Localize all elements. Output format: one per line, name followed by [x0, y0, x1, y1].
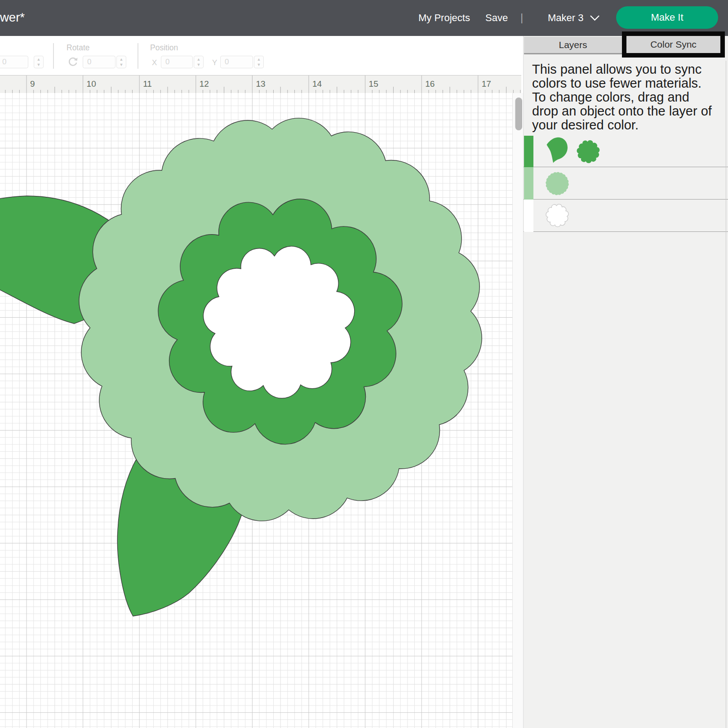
- svg-text:17: 17: [482, 79, 491, 89]
- svg-text:9: 9: [30, 79, 35, 89]
- svg-text:10: 10: [87, 79, 96, 89]
- svg-text:14: 14: [312, 79, 322, 89]
- svg-text:13: 13: [256, 79, 265, 89]
- svg-text:12: 12: [200, 79, 209, 89]
- svg-text:16: 16: [425, 79, 435, 89]
- svg-text:11: 11: [143, 79, 152, 89]
- svg-text:15: 15: [369, 79, 378, 89]
